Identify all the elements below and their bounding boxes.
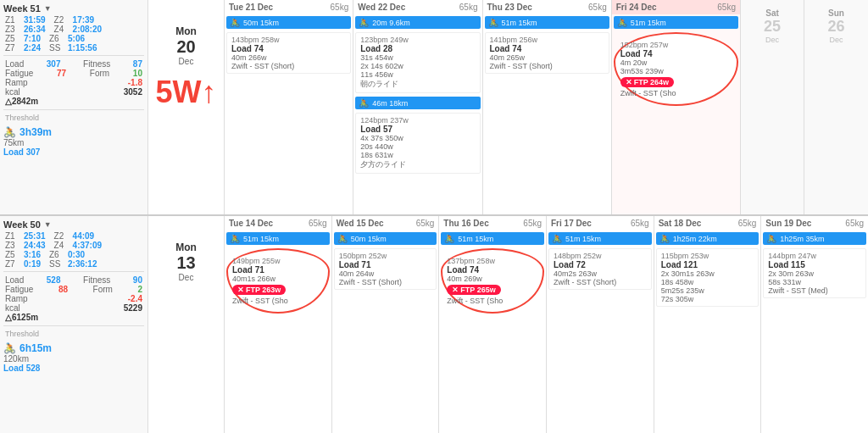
sat18-d1: 2x 30m1s 263w [661, 269, 754, 278]
sun19-card[interactable]: 144bpm 247w Load 115 2x 30m 263w 58s 331… [763, 248, 866, 298]
bike-load: Load 307 [3, 147, 144, 157]
mon20-label: Mon [175, 25, 197, 37]
thu23-card[interactable]: 141bpm 256w Load 74 40m 265w Zwift - SST… [485, 32, 609, 74]
fri17-card[interactable]: 148bpm 252w Load 72 40m2s 263w Zwift - S… [548, 248, 652, 290]
wed15-header: Wed 15 Dec 65kg [332, 216, 439, 230]
w50-z4-val: 4:37:09 [73, 241, 102, 250]
thu16-load: Load 74 [447, 265, 538, 275]
wed15-card[interactable]: 150bpm 252w Load 71 40m 264w Zwift - SST… [334, 248, 437, 290]
z7-val: 2:24 [24, 43, 41, 53]
tue14-bar[interactable]: 🚴 51m 15km [226, 232, 330, 245]
fitness-val: 87 [133, 59, 142, 69]
wed22-bar2[interactable]: 🚴 46m 18km [355, 97, 480, 109]
tue21-card[interactable]: 143bpm 258w Load 74 40m 266w Zwift - SST… [226, 32, 351, 74]
sat18-d3: 5m25s 235w [661, 286, 754, 295]
mon13-col: Mon 13 Dec [148, 216, 225, 433]
tue14-zwift: Zwift - SST (Sho [232, 297, 324, 305]
mon20-date: 20 [176, 37, 195, 57]
thu16-card[interactable]: 137bpm 258w Load 74 40m 269w ✕ FTP 265w … [441, 248, 544, 314]
bike-icon: 🚴 [659, 234, 670, 243]
fri24-bar[interactable]: 🚴 51m 15km [614, 16, 738, 29]
bike-icon: 🚴 [617, 18, 627, 27]
w50-z6-val: 0:30 [68, 250, 85, 259]
week51-row: Week 51 ▼ Z1 31:59 Z2 17:39 Z3 26:34 Z4 … [0, 0, 868, 216]
week50-arrow: ▼ [44, 220, 52, 229]
wed22-d1: 31s 454w [360, 53, 475, 62]
days-grid-week50: Tue 14 Dec 65kg 🚴 51m 15km 149bpm 255w L… [225, 216, 868, 433]
tue21-bpm: 143bpm 258w [231, 36, 346, 44]
w50-threshold-label: Threshold [3, 329, 144, 339]
fri17-d1: 40m2s 263w [554, 269, 647, 278]
thu16-ftp-text: FTP 265w [460, 286, 495, 294]
day-fri24: Fri 24 Dec 65kg 🚴 51m 15km 152bpm 257w L… [612, 0, 741, 214]
w50-bike-time: 6h15m [19, 342, 52, 354]
bike-icon: 🚴 [766, 234, 776, 243]
bike-icon: 🚴 [230, 18, 240, 27]
sat18-bar[interactable]: 🚴 1h25m 22km [656, 232, 760, 245]
fri24-bpm: 152bpm 257w [620, 41, 732, 49]
wed22-japanese: 朝のライド [360, 79, 475, 90]
wed22-bar1[interactable]: 🚴 20m 9.6km [355, 16, 480, 29]
w50-fitness-val: 90 [133, 275, 142, 285]
day-tue21: Tue 21 Dec 65kg 🚴 50m 15km 143bpm 258w L… [225, 0, 353, 214]
fitness-label: Fitness [83, 59, 110, 69]
thu16-ftp-badge: ✕ FTP 265w [447, 285, 500, 295]
week51-title[interactable]: Week 51 ▼ [3, 3, 144, 14]
sat18-bar-text: 1h25m 22km [673, 235, 717, 243]
tue21-load: Load 74 [231, 44, 346, 53]
thu23-bar[interactable]: 🚴 51m 15km [485, 16, 609, 29]
threshold-label: Threshold [3, 113, 144, 123]
sidebar-week50: Week 50 ▼ Z1 25:31 Z2 44:09 Z3 24:43 Z4 … [0, 216, 148, 433]
wed22-card2[interactable]: 124bpm 237w Load 57 4x 37s 350w 20s 440w… [355, 113, 480, 174]
fri24-zwift: Zwift - SST (Sho [620, 89, 732, 97]
week51-label: Week 51 [3, 3, 41, 14]
wed22-japanese2: 夕方のライド [360, 159, 475, 170]
wed15-bar-text: 50m 15km [351, 235, 387, 243]
bike-icon: 🚴 [337, 234, 348, 243]
ftp-arrow: 5W↑ [156, 66, 217, 110]
tue14-card[interactable]: 149bpm 255w Load 71 40m1s 266w ✕ FTP 263… [226, 248, 330, 314]
day-sun19: Sun 19 Dec 65kg 🚴 1h25m 35km 144bpm 247w… [761, 216, 868, 433]
tue14-ftp-badge: ✕ FTP 263w [232, 285, 286, 295]
ss-val: 1:15:56 [68, 43, 97, 53]
wed22-card1[interactable]: 123bpm 249w Load 28 31s 454w 2x 14s 602w… [355, 32, 480, 93]
w50-z1-val: 25:31 [24, 231, 46, 241]
wed22-bpm2: 124bpm 237w [360, 116, 475, 125]
week50-stats: Load 528 Fitness 90 Fatigue 88 Form 2 Ra… [3, 275, 144, 323]
sun19-bar-text: 1h25m 35km [780, 235, 824, 243]
sat25-label: Sat [765, 8, 779, 18]
ss-label: SS [49, 43, 64, 53]
w50-zone-z7-ss: Z7 0:19 SS 2:36:12 [3, 259, 144, 269]
week51-arrow: ▼ [44, 4, 52, 13]
main-container: Week 51 ▼ Z1 31:59 Z2 17:39 Z3 26:34 Z4 … [0, 0, 868, 433]
sat25-month: Dec [765, 36, 779, 44]
fri24-card[interactable]: 152bpm 257w Load 74 4m 20w 3m53s 239w ✕ … [614, 32, 738, 106]
fatigue-label: Fatigue [5, 69, 33, 78]
sun26-col: Sun 26 Dec [804, 0, 868, 214]
sun19-bar[interactable]: 🚴 1h25m 35km [763, 232, 866, 245]
form-label: Form [90, 69, 109, 78]
sat18-card[interactable]: 115bpm 253w Load 121 2x 30m1s 263w 18s 4… [656, 248, 760, 307]
wed15-bar[interactable]: 🚴 50m 15km [334, 232, 437, 245]
w50-load-val: 528 [47, 275, 61, 285]
tue21-header: Tue 21 Dec 65kg [225, 0, 353, 14]
sidebar-week51: Week 51 ▼ Z1 31:59 Z2 17:39 Z3 26:34 Z4 … [0, 0, 148, 214]
wed15-load: Load 71 [339, 260, 432, 269]
sat25-col: Sat 25 Dec [741, 0, 804, 214]
wed22-d4: 4x 37s 350w [360, 134, 475, 142]
wed22-header: Wed 22 Dec 65kg [353, 0, 481, 14]
wed22-d6: 18s 631w [360, 151, 475, 159]
week50-title[interactable]: Week 50 ▼ [3, 219, 144, 230]
tue21-detail1: 40m 266w [231, 53, 346, 62]
bike-icon: 🚴 [230, 234, 240, 243]
wed22-bpm: 123bpm 249w [360, 36, 475, 44]
week50-label: Week 50 [3, 219, 41, 230]
thu16-bar[interactable]: 🚴 51m 15km [441, 232, 544, 245]
fri17-header: Fri 17 Dec 65kg [547, 216, 654, 230]
zone-z3-z4: Z3 26:34 Z4 2:08:20 [3, 25, 144, 34]
fri17-bar[interactable]: 🚴 51m 15km [548, 232, 652, 245]
bike-dist: 75km [3, 138, 24, 147]
w50-z7-val: 0:19 [24, 259, 41, 269]
tue21-bar[interactable]: 🚴 50m 15km [226, 16, 351, 29]
sun19-zwift: Zwift - SST (Med) [768, 286, 861, 295]
